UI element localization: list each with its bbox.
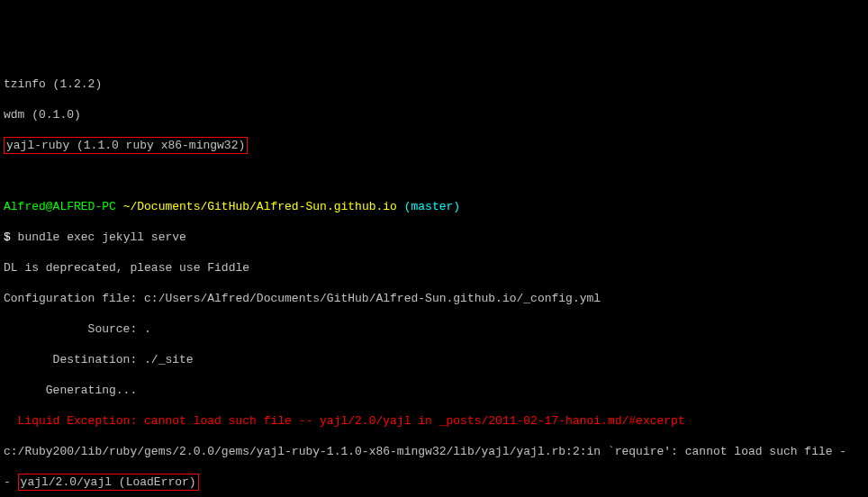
gem-line: wdm (0.1.0) (0, 107, 868, 122)
output-line: DL is deprecated, please use Fiddle (0, 260, 868, 276)
prompt-symbol: $ (4, 230, 18, 244)
blank-line (0, 168, 868, 184)
output-line: Generating... (0, 383, 868, 398)
liquid-exception-line: Liquid Exception: cannot load such file … (0, 413, 868, 429)
gem-line: tzinfo (1.2.2) (0, 77, 868, 92)
git-branch: (master) (397, 200, 460, 213)
output-line: Source: . (0, 321, 868, 337)
user-host: Alfred@ALFRED-PC (4, 200, 116, 213)
output-line: Destination: ./_site (0, 352, 868, 367)
command-line[interactable]: $ bundle exec jekyll serve (0, 230, 868, 245)
prompt-line[interactable]: Alfred@ALFRED-PC ~/Documents/GitHub/Alfr… (0, 199, 868, 214)
output-line: Configuration file: c:/Users/Alfred/Docu… (0, 291, 868, 306)
error-trace-head: - yajl/2.0/yajl (LoadError) (0, 474, 868, 490)
error-trace-head: c:/Ruby200/lib/ruby/gems/2.0.0/gems/yajl… (0, 444, 868, 459)
terminal-output: tzinfo (1.2.2) wdm (0.1.0) yajl-ruby (1.… (0, 61, 868, 497)
highlight-box: yajl/2.0/yajl (LoadError) (18, 474, 199, 491)
gem-line-highlighted: yajl-ruby (1.1.0 ruby x86-mingw32) (0, 138, 868, 153)
cwd-path: ~/Documents/GitHub/Alfred-Sun.github.io (123, 200, 397, 213)
command-text: bundle exec jekyll serve (18, 230, 186, 244)
highlight-box: yajl-ruby (1.1.0 ruby x86-mingw32) (4, 137, 248, 154)
